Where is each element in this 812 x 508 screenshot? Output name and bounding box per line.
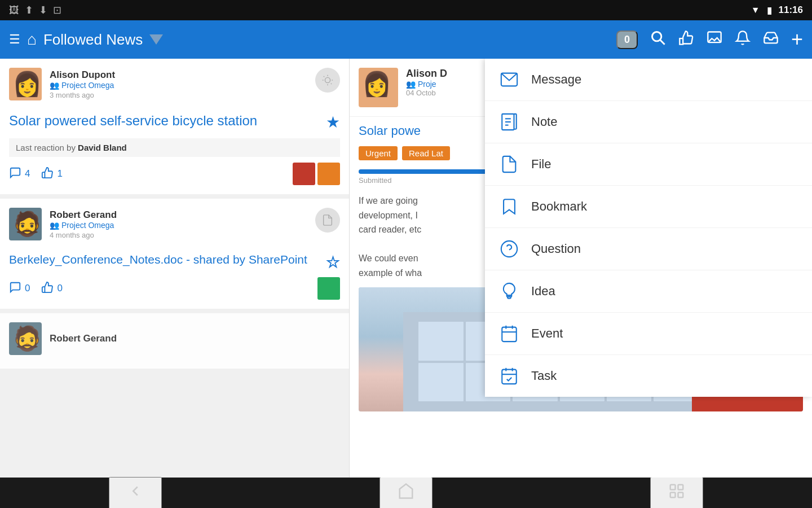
question-icon xyxy=(498,238,520,260)
card-3-author-section: Robert Gerand xyxy=(9,322,117,355)
card-1-header: Alison Dupont 👥 Project Omega 3 months a… xyxy=(9,68,340,100)
comment-stat-1: 4 xyxy=(9,167,30,182)
card-title-1[interactable]: Solar powered self-service bicycle stati… xyxy=(9,112,326,129)
dropdown-item-bookmark[interactable]: Bookmark xyxy=(485,186,812,228)
inbox-button[interactable] xyxy=(763,30,779,50)
detail-author-info: Alison D 👥 Proje 04 Octob xyxy=(406,68,447,97)
dropdown-item-task[interactable]: Task xyxy=(485,355,812,397)
comment-stat-2: 0 xyxy=(9,281,30,296)
badge-count-button[interactable]: 0 xyxy=(616,30,638,49)
author-name-1: Alison Dupont xyxy=(50,69,115,81)
color-tag-green-2[interactable] xyxy=(317,277,340,300)
card-2-header: Robert Gerand 👥 Project Omega 4 months a… xyxy=(9,208,340,240)
detail-avatar xyxy=(359,68,398,107)
dropdown-menu: Message Note xyxy=(485,59,812,397)
author-name-2: Robert Gerand xyxy=(50,209,117,221)
svg-rect-29 xyxy=(678,484,683,489)
like-stat-2: 0 xyxy=(41,281,62,296)
comment-button[interactable] xyxy=(707,30,722,50)
notification-button[interactable] xyxy=(735,30,751,50)
card-1-action-icon[interactable] xyxy=(315,68,340,93)
news-card-3: Robert Gerand xyxy=(0,313,349,369)
nav-bar-left: ☰ ⌂ Followed News xyxy=(9,30,616,49)
color-tag-red-1[interactable] xyxy=(293,163,315,185)
card-title-2[interactable]: Berkeley_Conference_Notes.doc - shared b… xyxy=(9,252,326,267)
home-button[interactable] xyxy=(379,477,433,509)
note-icon xyxy=(498,111,520,133)
svg-rect-23 xyxy=(502,370,517,384)
group-icon-1: 👥 xyxy=(50,81,59,90)
image-status-icon: 🖼 xyxy=(9,5,19,16)
news-feed: Alison Dupont 👥 Project Omega 3 months a… xyxy=(0,59,350,478)
window xyxy=(418,322,463,360)
star-button-2[interactable]: ☆ xyxy=(326,253,340,271)
comment-icon-1 xyxy=(9,167,21,182)
svg-point-0 xyxy=(652,32,661,41)
card-last-reaction-1: Last reaction by David Bland xyxy=(9,138,340,157)
window xyxy=(418,363,463,401)
card-3-author-info: Robert Gerand xyxy=(50,333,117,344)
card-color-tags-2 xyxy=(317,277,340,300)
add-button[interactable]: + xyxy=(791,28,803,51)
search-button[interactable] xyxy=(650,30,666,50)
comment-count-1: 4 xyxy=(25,168,30,179)
like-icon-1 xyxy=(41,167,54,182)
card-2-author-info: Robert Gerand 👥 Project Omega 4 months a… xyxy=(50,209,117,239)
author-project-1: 👥 Project Omega xyxy=(50,81,115,90)
card-stats-1: 4 1 xyxy=(9,167,63,182)
bookmark-icon xyxy=(498,196,520,217)
star-button-1[interactable]: ★ xyxy=(326,113,340,132)
svg-line-1 xyxy=(660,40,664,44)
comment-icon-2 xyxy=(9,281,21,296)
dropdown-item-question[interactable]: Question xyxy=(485,228,812,270)
upload-status-icon: ⬆ xyxy=(25,4,33,16)
like-icon-2 xyxy=(41,281,54,296)
tag-urgent[interactable]: Urgent xyxy=(359,146,398,160)
detail-author-name: Alison D xyxy=(406,68,447,80)
download-status-icon: ⬇ xyxy=(39,4,47,16)
card-footer-1: 4 1 xyxy=(9,163,340,185)
task-label: Task xyxy=(531,369,557,383)
task-icon xyxy=(498,365,520,387)
recents-button[interactable] xyxy=(650,477,703,509)
message-label: Message xyxy=(531,72,581,87)
bottom-nav xyxy=(0,478,812,508)
dropdown-item-event[interactable]: Event xyxy=(485,313,812,355)
main-content: Alison Dupont 👥 Project Omega 3 months a… xyxy=(0,59,812,478)
card-3-header: Robert Gerand xyxy=(9,322,340,355)
dropdown-item-idea[interactable]: Idea xyxy=(485,270,812,313)
home-icon[interactable]: ⌂ xyxy=(27,30,37,49)
back-button[interactable] xyxy=(109,477,162,509)
nav-bar-right: 0 + xyxy=(616,28,803,51)
hamburger-icon[interactable]: ☰ xyxy=(9,32,20,47)
status-right: ▼ ▮ 11:16 xyxy=(751,5,803,16)
save-status-icon: ⊡ xyxy=(53,4,61,16)
dropdown-item-note[interactable]: Note xyxy=(485,101,812,143)
svg-marker-27 xyxy=(400,484,413,498)
dropdown-item-file[interactable]: File xyxy=(485,143,812,186)
status-icons: 🖼 ⬆ ⬇ ⊡ xyxy=(9,4,61,16)
wifi-icon: ▼ xyxy=(751,5,760,15)
message-icon xyxy=(498,69,520,90)
svg-line-7 xyxy=(331,84,332,84)
detail-date: 04 Octob xyxy=(406,89,447,97)
group-icon-2: 👥 xyxy=(50,221,59,230)
color-tag-orange-1[interactable] xyxy=(317,163,340,185)
post-time-1: 3 months ago xyxy=(50,91,115,99)
dropdown-item-message[interactable]: Message xyxy=(485,59,812,101)
card-2-action-icon[interactable] xyxy=(315,208,340,233)
avatar-robert xyxy=(9,208,42,240)
tag-read-later[interactable]: Read Lat xyxy=(402,146,450,160)
svg-rect-18 xyxy=(508,297,511,299)
like-count-1: 1 xyxy=(57,168,62,179)
detail-group-icon: 👥 xyxy=(406,80,416,89)
like-button[interactable] xyxy=(678,30,694,50)
card-2-author-section: Robert Gerand 👥 Project Omega 4 months a… xyxy=(9,208,117,240)
author-project-2: 👥 Project Omega xyxy=(50,221,117,230)
like-count-2: 0 xyxy=(57,283,62,294)
avatar-robert-3 xyxy=(9,322,42,355)
page-title: Followed News xyxy=(43,31,143,49)
card-color-tags-1 xyxy=(293,163,340,185)
svg-rect-31 xyxy=(678,492,683,497)
event-label: Event xyxy=(531,326,563,341)
